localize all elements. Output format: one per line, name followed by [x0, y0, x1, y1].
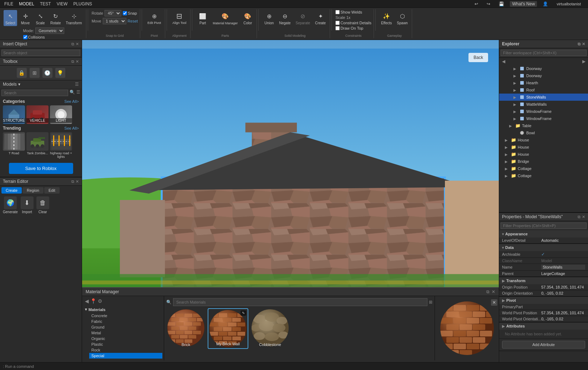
category-vehicle[interactable]: VEHICLE — [26, 105, 49, 123]
redo-icon[interactable]: ↪ — [484, 1, 493, 7]
my-brick-wall-edit-icon[interactable]: ✎ — [240, 310, 246, 316]
mm-concrete[interactable]: Concrete — [89, 313, 162, 319]
mm-metal[interactable]: Metal — [89, 330, 162, 336]
tree-item-house-3[interactable]: ▶ 📁 House — [499, 151, 588, 158]
mm-expand-icon[interactable]: ⧉ — [486, 289, 490, 294]
trending-tank[interactable]: Tank Zombie... — [26, 132, 49, 159]
mm-plastic[interactable]: Plastic — [89, 341, 162, 347]
mm-material-cobblestone[interactable]: Cobblestone — [250, 308, 290, 349]
reset-btn[interactable]: Reset — [128, 19, 138, 23]
move-dropdown[interactable]: 1 studs — [103, 18, 126, 24]
edit-pivot-button[interactable]: ⊕ Edit Pivot — [146, 10, 163, 26]
collisions-checkbox[interactable]: Collisions — [23, 35, 65, 39]
categories-see-all[interactable]: See All> — [64, 99, 79, 104]
menu-model[interactable]: MODEL — [16, 1, 37, 7]
mm-back-icon[interactable]: ◀ — [85, 298, 89, 304]
mm-grid-icon[interactable]: ⊞ — [429, 300, 432, 305]
terrain-clear[interactable]: 🗑 Clear — [36, 196, 49, 214]
menu-view[interactable]: VIEW — [54, 1, 71, 7]
create-button[interactable]: ✦ Create — [313, 10, 328, 26]
mm-close-icon[interactable]: ✕ — [492, 289, 495, 294]
tree-item-doorway-1[interactable]: ▶ Doorway — [499, 65, 588, 72]
props-transform-header[interactable]: ▶ Transform — [499, 277, 588, 284]
insert-object-expand[interactable]: ⧉ — [71, 42, 74, 46]
constraint-details-checkbox[interactable]: Constraint Details — [335, 21, 371, 25]
tree-item-hearth[interactable]: ▶ Hearth — [499, 79, 588, 86]
union-button[interactable]: ⊕ Union — [262, 10, 276, 26]
trending-highway[interactable]: highway road + lights — [50, 132, 72, 159]
tree-item-roof[interactable]: ▶ Roof — [499, 86, 588, 94]
transform-tool-button[interactable]: ⊹ Transform — [64, 10, 83, 26]
draw-on-top-checkbox[interactable]: Draw On Top — [335, 26, 371, 30]
terrain-close[interactable]: ✕ — [76, 179, 79, 184]
tree-item-windowframe-1[interactable]: ▶ WindowFrame — [499, 108, 588, 115]
explorer-nav-right[interactable]: ▶ — [581, 59, 587, 64]
explorer-expand[interactable]: ⧉ — [578, 42, 581, 46]
parent-val[interactable]: LargeCottage — [541, 271, 585, 276]
mm-materials-header[interactable]: ▾ Materials — [83, 306, 162, 313]
terrain-expand[interactable]: ⧉ — [71, 179, 74, 184]
props-data-header[interactable]: ▾ Data — [499, 244, 588, 251]
terrain-tab-edit[interactable]: Edit — [44, 187, 60, 194]
trending-troad[interactable]: T Road — [3, 132, 25, 159]
terrain-import[interactable]: ⬇ Import — [21, 196, 34, 214]
save-to-roblox-button[interactable]: Save to Roblox — [9, 163, 73, 174]
origin-orient-val[interactable]: 0, -165, 0.02 — [541, 291, 585, 295]
negate-button[interactable]: ⊖ Negate — [277, 10, 292, 26]
spawn-button[interactable]: ⬡ Spawn — [395, 10, 410, 26]
toolbox-grid-icon[interactable]: ⊞ — [30, 68, 40, 78]
name-val[interactable]: StoneWalls — [541, 265, 585, 270]
models-settings-icon[interactable]: ☰ — [75, 82, 79, 87]
color-button[interactable]: 🎨 Color — [241, 10, 254, 26]
properties-expand[interactable]: ⧉ — [578, 215, 581, 219]
archivable-val[interactable]: ✓ — [541, 252, 585, 257]
mm-settings-icon[interactable]: ⚙ — [98, 298, 102, 304]
terrain-tab-region[interactable]: Region — [22, 187, 44, 194]
tree-item-doorway-2[interactable]: ▶ Doorway — [499, 72, 588, 79]
models-search-input[interactable] — [1, 90, 68, 96]
mm-rock[interactable]: Rock — [89, 347, 162, 353]
mm-location-icon[interactable]: 📍 — [90, 298, 96, 304]
undo-icon[interactable]: ↩ — [472, 1, 481, 7]
separate-button[interactable]: ⊘ Separate — [294, 10, 312, 26]
show-welds-checkbox[interactable]: Show Welds — [335, 10, 371, 14]
add-attribute-button[interactable]: Add Attribute — [502, 341, 585, 349]
tree-item-cottage-2[interactable]: ▶ 📁 Cottage — [499, 172, 588, 179]
mm-special[interactable]: Special — [89, 353, 162, 359]
rotate-dropdown[interactable]: 45° — [105, 10, 121, 16]
part-button[interactable]: ⬜ Part — [196, 10, 209, 26]
mm-organic[interactable]: Organic — [89, 336, 162, 341]
properties-close[interactable]: ✕ — [582, 215, 585, 219]
origin-pos-val[interactable]: 57.354, 18.205, 101.474 — [541, 285, 585, 289]
tree-item-table[interactable]: ▶ 📁 Table — [499, 122, 588, 129]
menu-plugins[interactable]: PLUGINS — [70, 1, 95, 7]
rotate-tool-button[interactable]: ↻ Rotate — [49, 10, 62, 26]
toolbox-bulb-icon[interactable]: 💡 — [55, 68, 65, 78]
save-icon[interactable]: 💾 — [496, 1, 507, 7]
lod-val[interactable]: Automatic — [541, 238, 585, 242]
terrain-tab-create[interactable]: Create — [1, 187, 22, 194]
move-tool-button[interactable]: ✛ Move — [19, 10, 32, 26]
tree-item-house-2[interactable]: ▶ 📁 House — [499, 144, 588, 151]
insert-search-input[interactable] — [1, 50, 80, 56]
toolbox-close[interactable]: ✕ — [76, 59, 79, 64]
models-dropdown[interactable]: Models ▾ — [3, 82, 20, 87]
toolbox-expand[interactable]: ⧉ — [71, 59, 74, 64]
toolbox-clock-icon[interactable]: 🕐 — [42, 68, 52, 78]
tree-item-house-1[interactable]: ▶ 📁 House — [499, 136, 588, 144]
trending-see-all[interactable]: See All> — [64, 126, 79, 130]
menu-file[interactable]: FILE — [1, 1, 16, 7]
tree-item-stonewalls[interactable]: ▶ StoneWalls — [499, 94, 588, 101]
mm-material-my-brick-wall[interactable]: My Brick Wall ✎ — [208, 308, 248, 349]
mm-material-brick[interactable]: Brick — [166, 308, 206, 349]
scale-tool-button[interactable]: ⤡ Scale — [34, 10, 47, 26]
props-pivot-header[interactable]: ▶ Pivot — [499, 297, 588, 304]
home-button[interactable]: What's New — [510, 1, 537, 7]
mm-float-close[interactable]: ✕ — [491, 299, 497, 306]
props-attributes-header[interactable]: ▶ Attributes — [499, 322, 588, 330]
insert-object-close[interactable]: ✕ — [76, 42, 79, 46]
material-manager-button[interactable]: 🎨 Material Manager — [211, 10, 239, 26]
tree-item-bridge[interactable]: ▶ 📁 Bridge — [499, 158, 588, 165]
tree-item-wattlewalls[interactable]: ▶ WattleWalls — [499, 101, 588, 108]
category-light[interactable]: LIGHT — [50, 105, 72, 123]
